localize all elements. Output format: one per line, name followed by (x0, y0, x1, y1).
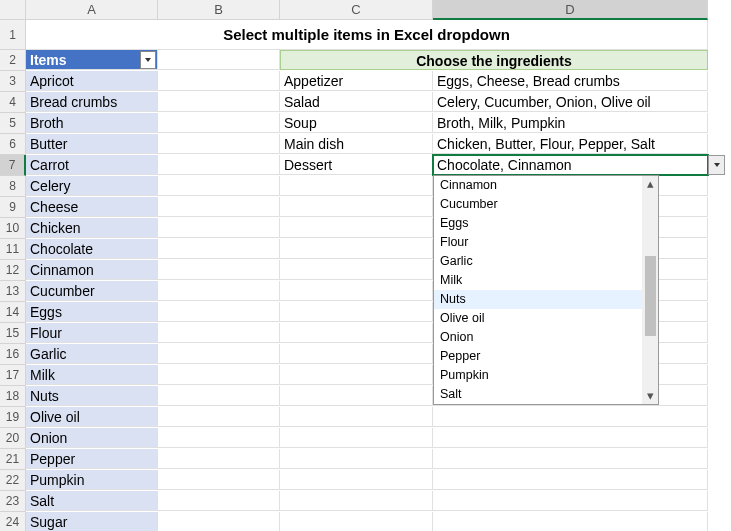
cell[interactable] (158, 386, 280, 406)
row-header-4[interactable]: 4 (0, 92, 26, 113)
scroll-up-icon[interactable]: ▴ (642, 176, 658, 192)
cell[interactable] (280, 302, 433, 322)
course-name[interactable]: Salad (280, 92, 433, 112)
col-header-B[interactable]: B (158, 0, 280, 20)
items-cell[interactable]: Carrot (26, 155, 158, 175)
dropdown-option[interactable]: Cinnamon (434, 176, 658, 195)
cell[interactable] (280, 386, 433, 406)
ingredients-cell[interactable]: Celery, Cucumber, Onion, Olive oil (433, 92, 708, 112)
row-header-24[interactable]: 24 (0, 512, 26, 531)
cell[interactable] (280, 428, 433, 448)
dropdown-option[interactable]: Salt (434, 385, 658, 404)
dropdown-option[interactable]: Eggs (434, 214, 658, 233)
items-cell[interactable]: Broth (26, 113, 158, 133)
cell[interactable] (158, 176, 280, 196)
cell[interactable] (433, 470, 708, 490)
cell[interactable] (280, 491, 433, 511)
dropdown-option[interactable]: Garlic (434, 252, 658, 271)
ingredients-cell[interactable]: Broth, Milk, Pumpkin (433, 113, 708, 133)
row-header-13[interactable]: 13 (0, 281, 26, 302)
cell[interactable] (433, 512, 708, 531)
cell[interactable] (158, 449, 280, 469)
filter-icon[interactable] (140, 51, 156, 69)
dropdown-option[interactable]: Cucumber (434, 195, 658, 214)
cell[interactable] (280, 344, 433, 364)
cell[interactable] (158, 281, 280, 301)
cell[interactable] (158, 260, 280, 280)
items-cell[interactable]: Pumpkin (26, 470, 158, 490)
scroll-thumb[interactable] (645, 256, 656, 336)
row-header-21[interactable]: 21 (0, 449, 26, 470)
cell[interactable] (158, 428, 280, 448)
items-cell[interactable]: Bread crumbs (26, 92, 158, 112)
items-cell[interactable]: Chicken (26, 218, 158, 238)
row-header-16[interactable]: 16 (0, 344, 26, 365)
dropdown-option[interactable]: Pumpkin (434, 366, 658, 385)
cell[interactable] (158, 512, 280, 531)
row-header-20[interactable]: 20 (0, 428, 26, 449)
cell[interactable] (280, 218, 433, 238)
cell[interactable] (158, 407, 280, 427)
items-cell[interactable]: Apricot (26, 71, 158, 91)
row-header-18[interactable]: 18 (0, 386, 26, 407)
cell[interactable] (158, 344, 280, 364)
items-cell[interactable]: Cheese (26, 197, 158, 217)
row-header-19[interactable]: 19 (0, 407, 26, 428)
items-cell[interactable]: Chocolate (26, 239, 158, 259)
cell[interactable] (158, 197, 280, 217)
cell[interactable] (280, 176, 433, 196)
cell[interactable] (433, 491, 708, 511)
course-name[interactable]: Soup (280, 113, 433, 133)
row-header-8[interactable]: 8 (0, 176, 26, 197)
row-header-17[interactable]: 17 (0, 365, 26, 386)
cell[interactable] (158, 491, 280, 511)
col-header-C[interactable]: C (280, 0, 433, 20)
col-header-A[interactable]: A (26, 0, 158, 20)
course-name[interactable]: Main dish (280, 134, 433, 154)
row-header-22[interactable]: 22 (0, 470, 26, 491)
cell[interactable] (158, 470, 280, 490)
col-header-D[interactable]: D (433, 0, 708, 20)
items-cell[interactable]: Onion (26, 428, 158, 448)
cell[interactable] (158, 239, 280, 259)
items-cell[interactable]: Flour (26, 323, 158, 343)
course-name[interactable]: Appetizer (280, 71, 433, 91)
cell[interactable] (158, 71, 280, 91)
cell[interactable] (433, 428, 708, 448)
row-header-7[interactable]: 7 (0, 155, 26, 176)
cell[interactable] (158, 323, 280, 343)
row-header-15[interactable]: 15 (0, 323, 26, 344)
items-header[interactable]: Items (26, 50, 158, 70)
ingredients-cell[interactable]: Eggs, Cheese, Bread crumbs (433, 71, 708, 91)
row-header-12[interactable]: 12 (0, 260, 26, 281)
course-name[interactable]: Dessert (280, 155, 433, 175)
items-cell[interactable]: Olive oil (26, 407, 158, 427)
cell[interactable] (158, 365, 280, 385)
row-header-23[interactable]: 23 (0, 491, 26, 512)
cell[interactable] (158, 155, 280, 175)
items-cell[interactable]: Cucumber (26, 281, 158, 301)
cell[interactable] (280, 365, 433, 385)
row-header-9[interactable]: 9 (0, 197, 26, 218)
cell[interactable] (158, 218, 280, 238)
items-cell[interactable]: Butter (26, 134, 158, 154)
cell[interactable] (280, 281, 433, 301)
cell[interactable] (280, 239, 433, 259)
dropdown-option[interactable]: Olive oil (434, 309, 658, 328)
dropdown-option[interactable]: Milk (434, 271, 658, 290)
items-cell[interactable]: Salt (26, 491, 158, 511)
dropdown-option[interactable]: Onion (434, 328, 658, 347)
cell[interactable] (280, 407, 433, 427)
ingredients-cell[interactable]: Chocolate, CinnamonCinnamonCucumberEggsF… (433, 155, 708, 175)
cell[interactable] (280, 323, 433, 343)
cell[interactable] (280, 260, 433, 280)
row-header-3[interactable]: 3 (0, 71, 26, 92)
scroll-down-icon[interactable]: ▾ (642, 388, 658, 404)
dropdown-option[interactable]: Pepper (434, 347, 658, 366)
dropdown-scrollbar[interactable]: ▴▾ (642, 176, 658, 404)
items-cell[interactable]: Nuts (26, 386, 158, 406)
items-cell[interactable]: Pepper (26, 449, 158, 469)
dropdown-button[interactable] (708, 155, 725, 175)
row-header-6[interactable]: 6 (0, 134, 26, 155)
dropdown-option[interactable]: Flour (434, 233, 658, 252)
